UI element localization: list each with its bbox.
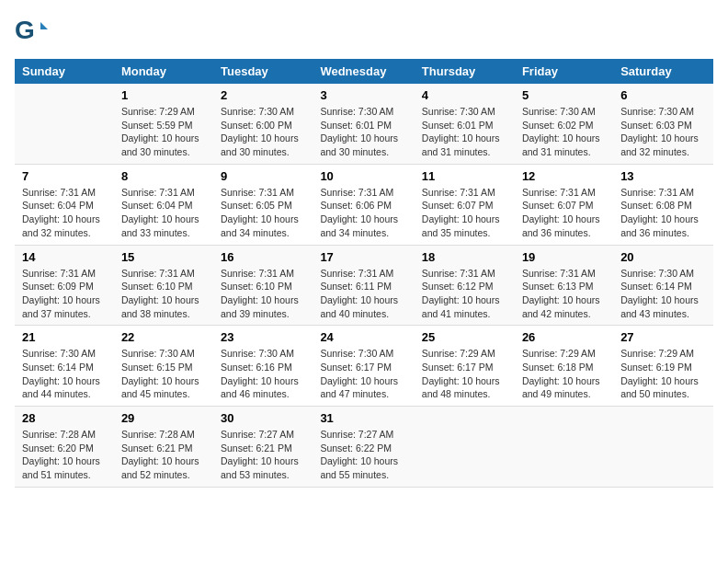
day-number: 8 bbox=[121, 169, 206, 183]
day-number: 18 bbox=[422, 250, 507, 264]
day-number: 3 bbox=[320, 88, 406, 102]
weekday-header: Saturday bbox=[613, 59, 713, 84]
day-info: Sunrise: 7:30 AMSunset: 6:14 PMDaylight:… bbox=[620, 267, 706, 321]
day-number: 29 bbox=[121, 411, 206, 425]
calendar-cell: 24Sunrise: 7:30 AMSunset: 6:17 PMDayligh… bbox=[313, 326, 414, 407]
calendar-cell: 19Sunrise: 7:31 AMSunset: 6:13 PMDayligh… bbox=[515, 245, 613, 326]
calendar-cell: 1Sunrise: 7:29 AMSunset: 5:59 PMDaylight… bbox=[114, 84, 213, 164]
calendar-week-row: 28Sunrise: 7:28 AMSunset: 6:20 PMDayligh… bbox=[15, 407, 713, 488]
day-number: 25 bbox=[422, 330, 507, 344]
calendar-cell bbox=[415, 407, 515, 488]
calendar-cell: 10Sunrise: 7:31 AMSunset: 6:06 PMDayligh… bbox=[313, 164, 414, 245]
day-info: Sunrise: 7:31 AMSunset: 6:13 PMDaylight:… bbox=[522, 267, 606, 321]
day-number: 22 bbox=[121, 330, 206, 344]
calendar-week-row: 1Sunrise: 7:29 AMSunset: 5:59 PMDaylight… bbox=[15, 84, 713, 164]
calendar-week-row: 7Sunrise: 7:31 AMSunset: 6:04 PMDaylight… bbox=[15, 164, 713, 245]
day-number: 19 bbox=[522, 250, 606, 264]
calendar-cell: 7Sunrise: 7:31 AMSunset: 6:04 PMDaylight… bbox=[15, 164, 114, 245]
day-info: Sunrise: 7:27 AMSunset: 6:21 PMDaylight:… bbox=[221, 428, 305, 482]
calendar-cell: 5Sunrise: 7:30 AMSunset: 6:02 PMDaylight… bbox=[515, 84, 613, 164]
calendar-table: SundayMondayTuesdayWednesdayThursdayFrid… bbox=[15, 59, 713, 488]
day-number: 4 bbox=[422, 88, 507, 102]
day-info: Sunrise: 7:31 AMSunset: 6:10 PMDaylight:… bbox=[221, 267, 305, 321]
calendar-cell bbox=[15, 84, 114, 164]
day-info: Sunrise: 7:29 AMSunset: 6:19 PMDaylight:… bbox=[620, 347, 706, 401]
day-info: Sunrise: 7:30 AMSunset: 6:14 PMDaylight:… bbox=[22, 347, 107, 401]
day-info: Sunrise: 7:31 AMSunset: 6:04 PMDaylight:… bbox=[121, 186, 206, 240]
weekday-header: Wednesday bbox=[313, 59, 414, 84]
calendar-cell: 11Sunrise: 7:31 AMSunset: 6:07 PMDayligh… bbox=[415, 164, 515, 245]
day-number: 16 bbox=[221, 250, 305, 264]
calendar-cell: 9Sunrise: 7:31 AMSunset: 6:05 PMDaylight… bbox=[213, 164, 313, 245]
day-info: Sunrise: 7:30 AMSunset: 6:03 PMDaylight:… bbox=[620, 105, 706, 159]
day-number: 5 bbox=[522, 88, 606, 102]
weekday-header: Monday bbox=[114, 59, 213, 84]
day-info: Sunrise: 7:31 AMSunset: 6:07 PMDaylight:… bbox=[422, 186, 507, 240]
calendar-cell: 23Sunrise: 7:30 AMSunset: 6:16 PMDayligh… bbox=[213, 326, 313, 407]
day-number: 20 bbox=[620, 250, 706, 264]
calendar-cell: 16Sunrise: 7:31 AMSunset: 6:10 PMDayligh… bbox=[213, 245, 313, 326]
calendar-cell bbox=[515, 407, 613, 488]
day-number: 9 bbox=[221, 169, 305, 183]
day-info: Sunrise: 7:30 AMSunset: 6:16 PMDaylight:… bbox=[221, 347, 305, 401]
day-number: 13 bbox=[620, 169, 706, 183]
day-info: Sunrise: 7:30 AMSunset: 6:01 PMDaylight:… bbox=[320, 105, 406, 159]
calendar-cell: 14Sunrise: 7:31 AMSunset: 6:09 PMDayligh… bbox=[15, 245, 114, 326]
day-number: 23 bbox=[221, 330, 305, 344]
day-info: Sunrise: 7:30 AMSunset: 6:15 PMDaylight:… bbox=[121, 347, 206, 401]
day-info: Sunrise: 7:30 AMSunset: 6:17 PMDaylight:… bbox=[320, 347, 406, 401]
calendar-cell: 8Sunrise: 7:31 AMSunset: 6:04 PMDaylight… bbox=[114, 164, 213, 245]
day-info: Sunrise: 7:31 AMSunset: 6:08 PMDaylight:… bbox=[620, 186, 706, 240]
svg-marker-1 bbox=[40, 22, 48, 29]
calendar-cell: 20Sunrise: 7:30 AMSunset: 6:14 PMDayligh… bbox=[613, 245, 713, 326]
day-number: 1 bbox=[121, 88, 206, 102]
day-info: Sunrise: 7:31 AMSunset: 6:11 PMDaylight:… bbox=[320, 267, 406, 321]
weekday-header: Tuesday bbox=[213, 59, 313, 84]
page-header: G bbox=[15, 15, 713, 48]
svg-text:G: G bbox=[15, 16, 35, 44]
calendar-cell: 2Sunrise: 7:30 AMSunset: 6:00 PMDaylight… bbox=[213, 84, 313, 164]
day-number: 10 bbox=[320, 169, 406, 183]
day-info: Sunrise: 7:31 AMSunset: 6:06 PMDaylight:… bbox=[320, 186, 406, 240]
calendar-cell: 12Sunrise: 7:31 AMSunset: 6:07 PMDayligh… bbox=[515, 164, 613, 245]
calendar-cell: 28Sunrise: 7:28 AMSunset: 6:20 PMDayligh… bbox=[15, 407, 114, 488]
day-info: Sunrise: 7:27 AMSunset: 6:22 PMDaylight:… bbox=[320, 428, 406, 482]
day-info: Sunrise: 7:29 AMSunset: 6:18 PMDaylight:… bbox=[522, 347, 606, 401]
day-info: Sunrise: 7:29 AMSunset: 6:17 PMDaylight:… bbox=[422, 347, 507, 401]
day-info: Sunrise: 7:31 AMSunset: 6:04 PMDaylight:… bbox=[22, 186, 107, 240]
calendar-cell: 22Sunrise: 7:30 AMSunset: 6:15 PMDayligh… bbox=[114, 326, 213, 407]
calendar-cell: 29Sunrise: 7:28 AMSunset: 6:21 PMDayligh… bbox=[114, 407, 213, 488]
calendar-cell: 17Sunrise: 7:31 AMSunset: 6:11 PMDayligh… bbox=[313, 245, 414, 326]
day-info: Sunrise: 7:30 AMSunset: 6:01 PMDaylight:… bbox=[422, 105, 507, 159]
calendar-cell: 6Sunrise: 7:30 AMSunset: 6:03 PMDaylight… bbox=[613, 84, 713, 164]
calendar-cell: 15Sunrise: 7:31 AMSunset: 6:10 PMDayligh… bbox=[114, 245, 213, 326]
day-number: 7 bbox=[22, 169, 107, 183]
day-info: Sunrise: 7:29 AMSunset: 5:59 PMDaylight:… bbox=[121, 105, 206, 159]
calendar-cell: 25Sunrise: 7:29 AMSunset: 6:17 PMDayligh… bbox=[415, 326, 515, 407]
day-number: 24 bbox=[320, 330, 406, 344]
calendar-cell: 27Sunrise: 7:29 AMSunset: 6:19 PMDayligh… bbox=[613, 326, 713, 407]
weekday-header: Thursday bbox=[415, 59, 515, 84]
logo: G bbox=[15, 15, 50, 48]
calendar-cell bbox=[613, 407, 713, 488]
logo-icon: G bbox=[15, 15, 48, 48]
calendar-cell: 26Sunrise: 7:29 AMSunset: 6:18 PMDayligh… bbox=[515, 326, 613, 407]
calendar-week-row: 21Sunrise: 7:30 AMSunset: 6:14 PMDayligh… bbox=[15, 326, 713, 407]
day-number: 31 bbox=[320, 411, 406, 425]
day-info: Sunrise: 7:31 AMSunset: 6:12 PMDaylight:… bbox=[422, 267, 507, 321]
day-info: Sunrise: 7:31 AMSunset: 6:09 PMDaylight:… bbox=[22, 267, 107, 321]
day-info: Sunrise: 7:31 AMSunset: 6:07 PMDaylight:… bbox=[522, 186, 606, 240]
day-number: 26 bbox=[522, 330, 606, 344]
day-number: 2 bbox=[221, 88, 305, 102]
calendar-cell: 21Sunrise: 7:30 AMSunset: 6:14 PMDayligh… bbox=[15, 326, 114, 407]
calendar-cell: 3Sunrise: 7:30 AMSunset: 6:01 PMDaylight… bbox=[313, 84, 414, 164]
day-number: 27 bbox=[620, 330, 706, 344]
day-number: 30 bbox=[221, 411, 305, 425]
day-number: 17 bbox=[320, 250, 406, 264]
calendar-cell: 4Sunrise: 7:30 AMSunset: 6:01 PMDaylight… bbox=[415, 84, 515, 164]
day-info: Sunrise: 7:30 AMSunset: 6:00 PMDaylight:… bbox=[221, 105, 305, 159]
day-number: 14 bbox=[22, 250, 107, 264]
day-info: Sunrise: 7:31 AMSunset: 6:05 PMDaylight:… bbox=[221, 186, 305, 240]
day-number: 21 bbox=[22, 330, 107, 344]
day-number: 6 bbox=[620, 88, 706, 102]
